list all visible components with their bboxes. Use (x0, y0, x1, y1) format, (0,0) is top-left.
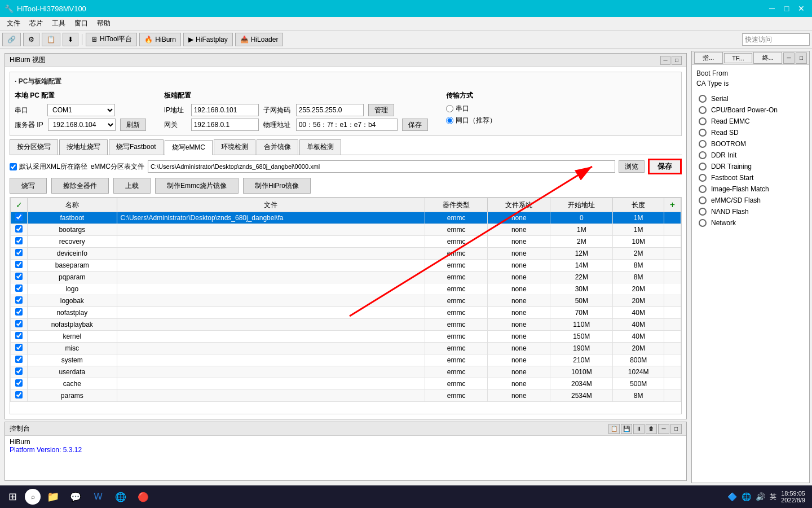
row-check[interactable] (11, 343, 28, 354)
table-row[interactable]: cache emmc none 2034M 500M (11, 378, 681, 390)
transfer-network-radio[interactable] (446, 117, 453, 124)
boot-option[interactable]: Fastboot Start (696, 172, 805, 183)
console-pause-btn[interactable]: ⏸ (633, 424, 645, 434)
transfer-serial-radio[interactable] (446, 105, 453, 112)
table-row[interactable]: logo emmc none 30M 20M (11, 283, 681, 295)
save-btn[interactable]: 保存 (648, 159, 682, 174)
menu-tools[interactable]: 工具 (47, 17, 70, 29)
right-panel-maximize[interactable]: □ (796, 52, 807, 64)
table-row[interactable]: params emmc none 2534M 8M (11, 390, 681, 402)
maximize-button[interactable]: □ (780, 2, 793, 15)
tab-board-check[interactable]: 单板检测 (299, 139, 341, 155)
menu-file[interactable]: 文件 (2, 17, 25, 29)
row-check[interactable] (11, 260, 28, 271)
right-tab-2[interactable]: TF... (724, 53, 753, 63)
table-row[interactable]: fastboot C:\Users\Administrator\Desktop\… (11, 212, 681, 224)
server-ip-select[interactable]: 192.168.0.104 (48, 119, 116, 131)
manage-btn[interactable]: 管理 (368, 104, 394, 116)
row-check[interactable] (11, 354, 28, 366)
quick-access-input[interactable] (742, 33, 810, 46)
row-check[interactable] (11, 212, 28, 224)
start-button[interactable]: ⊞ (2, 487, 23, 507)
toolbar-btn-4[interactable]: ⬇ (63, 33, 78, 46)
table-row[interactable]: logobak emmc none 50M 20M (11, 295, 681, 307)
table-row[interactable]: system emmc none 210M 800M (11, 354, 681, 366)
table-row[interactable]: deviceinfo emmc none 12M 2M (11, 248, 681, 260)
taskbar-weixin[interactable]: 💬 (65, 487, 86, 507)
console-clear-btn[interactable]: 🗑 (646, 424, 657, 434)
row-check[interactable] (11, 283, 28, 295)
use-xml-checkbox[interactable] (10, 163, 17, 170)
taskbar-edge[interactable]: 🌐 (111, 487, 131, 507)
hiburn-maximize-btn[interactable]: □ (672, 56, 682, 65)
use-xml-label[interactable]: 默认采用XML所在路径 (10, 162, 87, 172)
row-check[interactable] (11, 248, 28, 260)
row-check[interactable] (11, 390, 28, 402)
right-tab-1[interactable]: 指... (694, 52, 723, 64)
boot-option[interactable]: Serial (696, 93, 805, 104)
close-button[interactable]: ✕ (795, 2, 807, 15)
taskbar-app[interactable]: 🔴 (133, 487, 153, 507)
taskbar-search[interactable]: ⌕ (25, 489, 41, 505)
transfer-network-option[interactable]: 网口（推荐） (446, 116, 496, 125)
hiloader-btn[interactable]: 📥 HiLoader (235, 33, 284, 46)
menu-chip[interactable]: 芯片 (25, 17, 47, 29)
toolbar-btn-1[interactable]: 🔗 (2, 33, 21, 46)
tab-partition-burn[interactable]: 按分区烧写 (10, 139, 58, 155)
ip-input[interactable] (191, 104, 259, 116)
boot-option[interactable]: DDR Training (696, 161, 805, 172)
burn-btn[interactable]: 烧写 (10, 178, 47, 194)
hifastplay-btn[interactable]: ▶ HiFastplay (183, 33, 233, 46)
tab-fastboot-burn[interactable]: 烧写Fastboot (109, 139, 164, 155)
boot-option[interactable]: DDR Init (696, 150, 805, 161)
menu-window[interactable]: 窗口 (70, 17, 92, 29)
port-select[interactable]: COM1 (47, 104, 115, 116)
row-check[interactable] (11, 319, 28, 331)
table-row[interactable]: bootargs emmc none 1M 1M (11, 224, 681, 236)
console-minimize-btn[interactable]: ─ (658, 424, 669, 434)
table-row[interactable]: userdata emmc none 1010M 1024M (11, 366, 681, 378)
table-row[interactable]: baseparam emmc none 14M 8M (11, 260, 681, 271)
taskbar-folder[interactable]: 📁 (43, 487, 63, 507)
mac-input[interactable] (296, 119, 398, 131)
transfer-serial-option[interactable]: 串口 (446, 104, 496, 113)
tab-address-burn[interactable]: 按地址烧写 (59, 139, 108, 155)
boot-option[interactable]: Read SD (696, 127, 805, 138)
row-check[interactable] (11, 366, 28, 378)
boot-option[interactable]: CPU/Board Power-On (696, 104, 805, 116)
make-hipro-btn[interactable]: 制作HiPro镜像 (243, 178, 311, 194)
save-config-btn[interactable]: 保存 (402, 119, 428, 131)
right-tab-3[interactable]: 终... (753, 52, 782, 64)
table-row[interactable]: pqparam emmc none 22M 8M (11, 271, 681, 283)
table-row[interactable]: nofastplay emmc none 70M 40M (11, 307, 681, 319)
make-emmc-btn[interactable]: 制作Emmc烧片镜像 (155, 178, 239, 194)
menu-help[interactable]: 帮助 (92, 17, 115, 29)
row-check[interactable] (11, 331, 28, 343)
toolbar-btn-2[interactable]: ⚙ (23, 33, 39, 46)
hiburn-minimize-btn[interactable]: ─ (660, 56, 670, 65)
table-row[interactable]: kernel emmc none 150M 40M (11, 331, 681, 343)
row-check[interactable] (11, 236, 28, 248)
boot-option[interactable]: eMMC/SD Flash (696, 195, 805, 206)
hiburn-btn[interactable]: 🔥 HiBurn (139, 33, 181, 46)
toolbar-btn-3[interactable]: 📋 (42, 33, 60, 46)
erase-all-btn[interactable]: 擦除全器件 (51, 178, 109, 194)
file-path-input[interactable] (148, 160, 615, 173)
table-row[interactable]: nofastplaybak emmc none 110M 40M (11, 319, 681, 331)
upload-btn[interactable]: 上载 (113, 178, 151, 194)
tab-emmc-burn[interactable]: 烧写eMMC (165, 140, 213, 155)
right-panel-minimize[interactable]: ─ (783, 52, 795, 64)
tab-merge-image[interactable]: 合并镜像 (257, 139, 298, 155)
row-check[interactable] (11, 307, 28, 319)
console-maximize-btn[interactable]: □ (670, 424, 682, 434)
console-icon-1[interactable]: 📋 (608, 424, 620, 434)
boot-option[interactable]: Network (696, 217, 805, 229)
boot-option[interactable]: Read EMMC (696, 116, 805, 127)
table-row[interactable]: recovery emmc none 2M 10M (11, 236, 681, 248)
refresh-btn[interactable]: 刷新 (120, 119, 146, 131)
row-check[interactable] (11, 295, 28, 307)
boot-option[interactable]: BOOTROM (696, 138, 805, 150)
boot-option[interactable]: Image-Flash Match (696, 183, 805, 195)
gateway-input[interactable] (191, 119, 259, 131)
hitool-platform-btn[interactable]: 🖥 HiTool平台 (86, 33, 137, 46)
